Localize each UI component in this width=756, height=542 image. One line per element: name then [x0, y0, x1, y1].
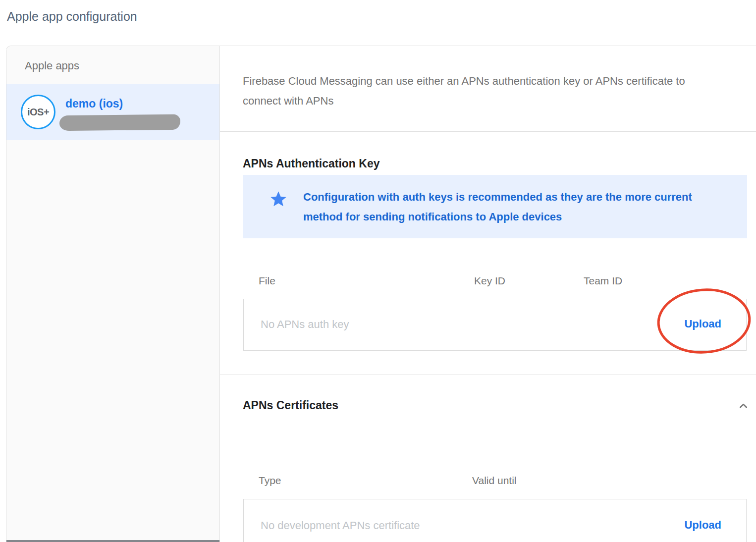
column-header-team-id: Team ID [584, 275, 622, 287]
auth-key-table: No APNs auth key Upload [243, 299, 747, 351]
ios-icon-label: iOS+ [27, 107, 49, 118]
fcm-intro-text: Firebase Cloud Messaging can use either … [243, 71, 718, 111]
certificates-upload-button[interactable]: Upload [684, 519, 721, 532]
app-config-card: Apple apps iOS+ demo (ios) Firebase Clou… [6, 46, 756, 542]
main-content: Firebase Cloud Messaging can use either … [220, 46, 756, 542]
apps-sidebar: Apple apps iOS+ demo (ios) [6, 46, 220, 542]
certificates-empty-text: No development APNs certificate [261, 519, 420, 532]
app-name-label: demo (ios) [65, 97, 123, 110]
auth-key-empty-text: No APNs auth key [261, 318, 349, 331]
column-header-file: File [259, 275, 275, 287]
content-divider [220, 375, 756, 375]
auth-key-upload-button[interactable]: Upload [684, 318, 721, 330]
collapse-section-button[interactable] [735, 399, 751, 415]
app-list-item-demo[interactable]: iOS+ demo (ios) [6, 84, 219, 140]
page-title: Apple app configuration [7, 9, 137, 24]
certificates-table: No development APNs certificate Upload [243, 499, 747, 542]
chevron-up-icon [737, 399, 750, 414]
recommendation-banner-text: Configuration with auth keys is recommen… [303, 187, 734, 227]
redacted-bundle-id [59, 114, 180, 131]
column-header-valid-until: Valid until [472, 475, 517, 487]
apns-auth-key-title: APNs Authentication Key [243, 157, 379, 170]
apple-apps-header: Apple apps [6, 46, 219, 84]
column-header-key-id: Key ID [474, 275, 505, 287]
horizontal-scrollbar[interactable] [6, 540, 219, 542]
content-divider [220, 131, 756, 132]
star-icon [269, 190, 288, 211]
recommendation-banner: Configuration with auth keys is recommen… [243, 175, 747, 238]
ios-app-icon: iOS+ [21, 95, 55, 129]
apns-certificates-title: APNs Certificates [243, 399, 338, 412]
column-header-type: Type [259, 475, 281, 487]
